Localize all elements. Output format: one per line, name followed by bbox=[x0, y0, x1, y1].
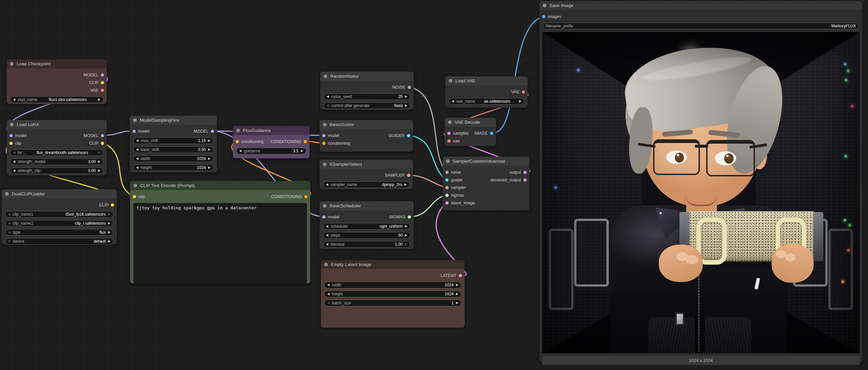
widget-sampler-name[interactable]: sampler_namedpmpp_2m bbox=[323, 181, 410, 188]
widget-clip-name2[interactable]: clip_name2clip_l.safetensors bbox=[5, 220, 114, 227]
input-slot-conditioning[interactable] bbox=[236, 140, 239, 143]
decrement-arrow-icon[interactable] bbox=[13, 152, 16, 154]
widget-height[interactable]: height1024 bbox=[133, 164, 214, 171]
node-header[interactable]: VAE Decode bbox=[445, 118, 496, 127]
increment-arrow-icon[interactable] bbox=[98, 98, 100, 101]
increment-arrow-icon[interactable] bbox=[208, 148, 211, 151]
decrement-arrow-icon[interactable] bbox=[327, 284, 330, 286]
input-slot-images[interactable] bbox=[542, 15, 546, 18]
output-slot-noise[interactable] bbox=[408, 86, 411, 89]
node-ksampler-select[interactable]: KSamplerSelect SAMPLER sampler_namedpmpp… bbox=[319, 160, 413, 189]
wire-model-lora-to-msf[interactable] bbox=[103, 131, 133, 135]
widget-vae-name[interactable]: vae_nameae.safetensors bbox=[449, 98, 524, 105]
decrement-arrow-icon[interactable] bbox=[136, 166, 138, 169]
decrement-arrow-icon[interactable] bbox=[13, 98, 16, 101]
decrement-arrow-icon[interactable] bbox=[326, 225, 328, 228]
wire-guider[interactable] bbox=[410, 135, 446, 180]
increment-arrow-icon[interactable] bbox=[456, 284, 458, 286]
decrement-arrow-icon[interactable] bbox=[452, 100, 454, 103]
increment-arrow-icon[interactable] bbox=[108, 222, 111, 225]
wire-clip-lora-to-encode[interactable] bbox=[103, 143, 133, 196]
increment-arrow-icon[interactable] bbox=[405, 234, 407, 237]
output-slot-output[interactable] bbox=[523, 171, 527, 174]
widget-control-after-generate[interactable]: control after generatefixed bbox=[323, 102, 410, 109]
output-slot-vae[interactable] bbox=[522, 90, 525, 94]
output-slot-clip[interactable] bbox=[101, 81, 104, 84]
node-header[interactable]: BasicGuider bbox=[319, 120, 413, 129]
decrement-arrow-icon[interactable] bbox=[8, 231, 10, 234]
output-slot-conditioning[interactable] bbox=[304, 140, 307, 143]
node-header[interactable]: RandomNoise bbox=[320, 72, 414, 81]
output-slot-conditioning[interactable] bbox=[304, 195, 308, 198]
output-slot-latent[interactable] bbox=[459, 274, 462, 277]
increment-arrow-icon[interactable] bbox=[98, 160, 100, 163]
increment-arrow-icon[interactable] bbox=[98, 152, 100, 154]
node-basic-scheduler[interactable]: BasicScheduler modelSIGMAS schedulersgm_… bbox=[319, 201, 414, 249]
widget-width[interactable]: width1024 bbox=[324, 282, 461, 288]
wire-image[interactable] bbox=[493, 16, 543, 133]
decrement-arrow-icon[interactable] bbox=[136, 157, 138, 160]
node-basic-guider[interactable]: BasicGuider modelGUIDER conditioning bbox=[319, 120, 413, 152]
widget-batch-size[interactable]: batch_size1 bbox=[324, 300, 461, 306]
output-slot-guider[interactable] bbox=[407, 134, 410, 137]
increment-arrow-icon[interactable] bbox=[405, 104, 407, 107]
node-header[interactable]: CLIP Text Encode (Prompt) bbox=[130, 181, 310, 190]
output-slot-model[interactable] bbox=[101, 73, 104, 77]
decrement-arrow-icon[interactable] bbox=[326, 183, 328, 186]
input-slot-samples[interactable] bbox=[447, 132, 451, 135]
widget-type[interactable]: typeflux bbox=[5, 229, 114, 236]
output-slot-vae[interactable] bbox=[101, 89, 104, 92]
increment-arrow-icon[interactable] bbox=[405, 243, 407, 246]
increment-arrow-icon[interactable] bbox=[108, 240, 111, 243]
input-slot-guider[interactable] bbox=[445, 178, 449, 182]
node-load-vae[interactable]: Load VAE VAE vae_nameae.safetensors bbox=[445, 76, 528, 108]
node-header[interactable]: Empty Latent Image bbox=[321, 260, 465, 269]
node-header[interactable]: KSamplerSelect bbox=[319, 160, 413, 169]
input-slot-noise[interactable] bbox=[445, 171, 449, 174]
widget-strength-model[interactable]: strength_model1.00 bbox=[10, 158, 103, 165]
widget-max-shift[interactable]: max_shift1.15 bbox=[133, 137, 214, 144]
decrement-arrow-icon[interactable] bbox=[327, 95, 329, 98]
node-header[interactable]: Load VAE bbox=[445, 76, 528, 85]
prompt-textarea[interactable]: tjtoy toy holding sparkgpu gpu in a data… bbox=[133, 203, 307, 284]
node-vae-decode[interactable]: VAE Decode samplesIMAGE vae bbox=[445, 118, 496, 146]
decrement-arrow-icon[interactable] bbox=[327, 302, 330, 304]
decrement-arrow-icon[interactable] bbox=[8, 240, 10, 243]
increment-arrow-icon[interactable] bbox=[404, 183, 407, 186]
increment-arrow-icon[interactable] bbox=[108, 213, 111, 216]
increment-arrow-icon[interactable] bbox=[108, 231, 111, 234]
widget-ckpt-name[interactable]: ckpt_nameflux1-dev.safetensors bbox=[10, 96, 103, 103]
wire-sampler[interactable] bbox=[410, 175, 446, 187]
input-slot-model[interactable] bbox=[322, 215, 326, 218]
input-slot-clip[interactable] bbox=[9, 142, 13, 145]
widget-filename-prefix[interactable]: filename_prefixMarkuryFLUX bbox=[543, 23, 859, 29]
node-header[interactable]: Load LoRA bbox=[7, 120, 107, 129]
widget-scheduler[interactable]: schedulersgm_uniform bbox=[323, 223, 410, 230]
widget-strength-clip[interactable]: strength_clip1.00 bbox=[10, 167, 103, 174]
increment-arrow-icon[interactable] bbox=[405, 95, 407, 98]
output-slot-model[interactable] bbox=[101, 134, 104, 137]
increment-arrow-icon[interactable] bbox=[98, 169, 100, 172]
node-graph-canvas[interactable]: Load Checkpoint MODEL CLIP VAE ckpt_name… bbox=[0, 0, 868, 370]
output-slot-clip[interactable] bbox=[111, 203, 114, 207]
widget-noise-seed[interactable]: noise_seed25 bbox=[323, 93, 410, 100]
node-header[interactable]: BasicScheduler bbox=[319, 201, 414, 210]
decrement-arrow-icon[interactable] bbox=[326, 243, 328, 246]
input-slot-model[interactable] bbox=[132, 130, 136, 133]
node-save-image[interactable]: Save Image images filename_prefixMarkury… bbox=[539, 1, 862, 362]
decrement-arrow-icon[interactable] bbox=[239, 150, 242, 152]
decrement-arrow-icon[interactable] bbox=[13, 169, 16, 172]
node-header[interactable]: FluxGuidance bbox=[233, 126, 310, 135]
node-load-checkpoint[interactable]: Load Checkpoint MODEL CLIP VAE ckpt_name… bbox=[7, 59, 107, 104]
input-slot-sigmas[interactable] bbox=[445, 194, 449, 197]
node-header[interactable]: Load Checkpoint bbox=[7, 59, 107, 68]
node-load-lora[interactable]: Load LoRA modelMODEL clipCLIP lor ...flu… bbox=[7, 120, 107, 175]
increment-arrow-icon[interactable] bbox=[208, 139, 211, 142]
input-slot-model[interactable] bbox=[322, 134, 326, 137]
increment-arrow-icon[interactable] bbox=[456, 302, 458, 304]
input-slot-clip[interactable] bbox=[133, 195, 136, 198]
output-slot-model[interactable] bbox=[211, 130, 214, 133]
input-slot-conditioning[interactable] bbox=[322, 142, 326, 145]
widget-device[interactable]: devicedefault bbox=[5, 238, 114, 245]
node-dual-clip-loader[interactable]: DualCLIPLoader CLIP clip_name1t5xxl_fp16… bbox=[2, 189, 117, 244]
